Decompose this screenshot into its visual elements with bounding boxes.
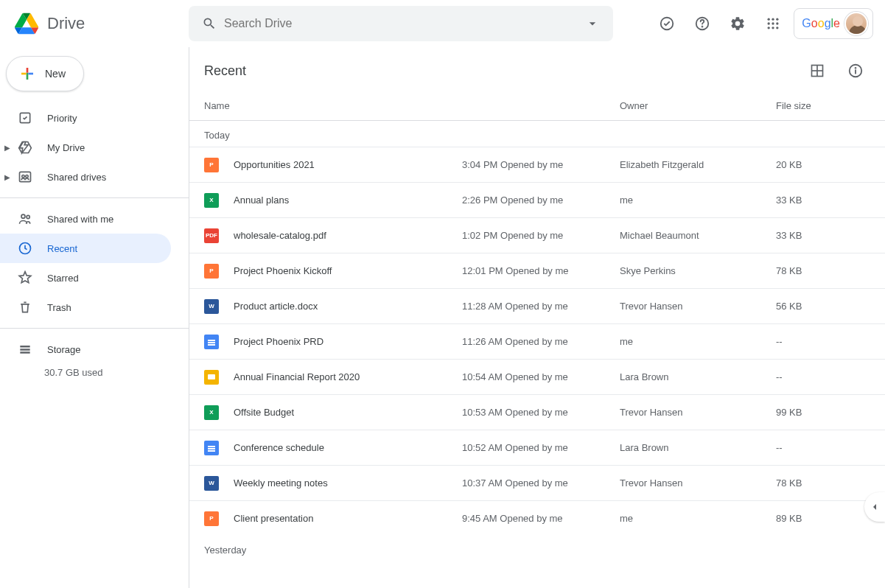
file-row[interactable]: POpportunities 20213:04 PM Opened by meE… (189, 147, 885, 182)
expand-icon[interactable]: ▶ (4, 144, 10, 152)
column-size[interactable]: File size (776, 100, 870, 111)
file-name: Opportunities 2021 (234, 159, 462, 170)
sidebar-item-shared-drives[interactable]: ▶Shared drives (0, 162, 171, 192)
search-wrap (189, 6, 652, 41)
file-size: 33 KB (776, 230, 870, 241)
file-type-pdf-icon: PDF (204, 228, 219, 243)
svg-point-24 (856, 68, 856, 69)
svg-rect-13 (20, 172, 31, 181)
grid-view-icon[interactable] (802, 56, 832, 85)
plus-icon (18, 65, 36, 83)
avatar (844, 12, 868, 35)
sidebar-item-label: Trash (47, 302, 71, 313)
sidebar-item-label: Shared drives (47, 172, 106, 183)
sidebar-item-my-drive[interactable]: ▶My Drive (0, 133, 171, 162)
sidebar-item-shared-with-me[interactable]: Shared with me (0, 204, 171, 234)
search-input[interactable] (224, 17, 578, 30)
file-opened: 1:02 PM Opened by me (462, 230, 620, 241)
sidebar-item-label: My Drive (47, 142, 85, 153)
storage-icon (18, 342, 32, 357)
file-row[interactable]: Conference schedule10:52 AM Opened by me… (189, 430, 885, 465)
file-size: 78 KB (776, 265, 870, 276)
file-type-docs-icon (204, 335, 219, 349)
sidebar-item-starred[interactable]: Starred (0, 263, 171, 293)
svg-point-6 (768, 22, 770, 24)
sidebar-item-label: Priority (47, 113, 77, 124)
google-logo: Google (802, 17, 840, 30)
file-owner: Trevor Hansen (620, 477, 776, 489)
sidebar-item-recent[interactable]: Recent (0, 234, 171, 263)
file-type-sheets-icon: X (204, 405, 219, 420)
file-type-sheets-icon: X (204, 193, 219, 208)
file-row[interactable]: XAnnual plans2:26 PM Opened by meme33 KB (189, 182, 885, 217)
details-icon[interactable] (841, 56, 870, 85)
app-header: Drive Google (0, 0, 885, 47)
svg-point-7 (772, 22, 774, 24)
page-title: Recent (204, 63, 802, 79)
file-opened: 3:04 PM Opened by me (462, 159, 620, 170)
file-owner: Trevor Hansen (620, 301, 776, 312)
svg-point-2 (702, 27, 703, 27)
file-size: -- (776, 442, 870, 453)
file-owner: Michael Beaumont (620, 230, 776, 241)
file-row[interactable]: Annual Financial Report 202010:54 AM Ope… (189, 359, 885, 394)
group-label: Today (189, 121, 885, 147)
file-opened: 10:52 AM Opened by me (462, 442, 620, 453)
shared-drives-icon (18, 169, 32, 184)
support-icon[interactable] (688, 9, 717, 38)
logo-area[interactable]: Drive (12, 9, 189, 38)
header-actions: Google (652, 8, 879, 39)
svg-point-17 (27, 215, 29, 218)
search-options-icon[interactable] (578, 16, 607, 31)
sidebar-item-trash[interactable]: Trash (0, 293, 171, 322)
account-chip[interactable]: Google (794, 8, 873, 39)
svg-point-11 (777, 27, 779, 29)
sidebar-item-label: Storage (47, 344, 81, 355)
new-button[interactable]: New (6, 56, 84, 91)
svg-point-3 (768, 18, 770, 21)
group-label: Yesterday (189, 536, 885, 561)
sidebar-item-storage[interactable]: Storage (0, 335, 171, 364)
file-name: Project Phoenix PRD (234, 336, 462, 347)
file-type-word-icon: W (204, 476, 219, 491)
file-opened: 10:54 AM Opened by me (462, 371, 620, 382)
column-owner[interactable]: Owner (620, 100, 776, 111)
svg-point-15 (26, 175, 28, 178)
starred-icon (18, 270, 32, 285)
new-button-label: New (45, 68, 66, 80)
file-size: 20 KB (776, 159, 870, 170)
recent-icon (18, 241, 32, 256)
file-type-docs-icon (204, 441, 219, 455)
file-type-word-icon: W (204, 299, 219, 314)
file-owner: Trevor Hansen (620, 407, 776, 418)
file-row[interactable]: Project Phoenix PRD11:26 AM Opened by me… (189, 323, 885, 359)
app-name: Drive (47, 14, 85, 33)
settings-icon[interactable] (723, 9, 752, 38)
sidebar-item-priority[interactable]: Priority (0, 103, 171, 133)
search-bar[interactable] (189, 6, 613, 41)
file-owner: me (620, 513, 776, 524)
column-name[interactable]: Name (204, 100, 462, 111)
file-size: 56 KB (776, 301, 870, 312)
expand-icon[interactable]: ▶ (4, 173, 10, 181)
ready-offline-icon[interactable] (652, 9, 682, 38)
file-opened: 2:26 PM Opened by me (462, 195, 620, 206)
file-row[interactable]: PProject Phoenix Kickoff12:01 PM Opened … (189, 253, 885, 288)
file-row[interactable]: WProduct article.docx11:28 AM Opened by … (189, 288, 885, 323)
apps-icon[interactable] (758, 9, 788, 38)
file-row[interactable]: WWeekly meeting notes10:37 AM Opened by … (189, 465, 885, 500)
file-row[interactable]: PDFwholesale-catalog.pdf1:02 PM Opened b… (189, 217, 885, 253)
file-owner: Elizabeth Fitzgerald (620, 159, 776, 170)
file-owner: Lara Brown (620, 442, 776, 453)
file-name: Annual plans (234, 195, 462, 206)
file-row[interactable]: PClient presentation9:45 AM Opened by me… (189, 500, 885, 536)
file-opened: 10:37 AM Opened by me (462, 477, 620, 489)
svg-point-9 (768, 27, 770, 29)
sidebar: New Priority▶My Drive▶Shared drives Shar… (0, 47, 189, 588)
priority-icon (18, 111, 32, 125)
file-opened: 11:28 AM Opened by me (462, 301, 620, 312)
content-area: Recent Name Owner File size TodayPOpport… (189, 47, 885, 588)
file-row[interactable]: XOffsite Budget10:53 AM Opened by meTrev… (189, 394, 885, 430)
file-opened: 10:53 AM Opened by me (462, 407, 620, 418)
file-type-slides-p-icon: P (204, 158, 219, 172)
